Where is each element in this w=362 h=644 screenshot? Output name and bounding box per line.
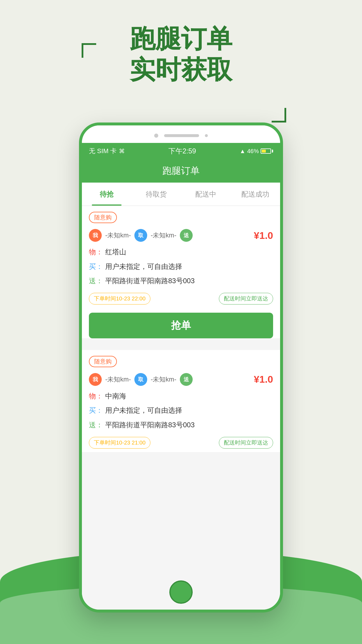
from-icon-2: 我 bbox=[89, 373, 102, 386]
wifi-icon: ⌘ bbox=[119, 148, 125, 155]
order-badge-1: 随意购 bbox=[89, 212, 117, 223]
goods-value-2: 中南海 bbox=[105, 391, 126, 401]
power-button bbox=[281, 242, 283, 265]
tab-pending-grab[interactable]: 待抢 bbox=[82, 183, 131, 206]
delivery-tag-2: 配送时间立即送达 bbox=[219, 437, 273, 449]
battery-icon bbox=[261, 148, 273, 154]
buy-label-2: 买： bbox=[89, 405, 103, 415]
send-value-2: 平阳路街道平阳南路83号003 bbox=[105, 420, 195, 430]
time-tag-1: 下单时间10-23 22:00 bbox=[89, 293, 150, 304]
volume-down-button bbox=[79, 271, 81, 300]
nav-title: 跑腿订单 bbox=[162, 164, 200, 177]
price-2: ¥1.0 bbox=[254, 374, 273, 385]
buy-value-1: 用户未指定，可自由选择 bbox=[105, 262, 182, 272]
buy-row-1: 买： 用户未指定，可自由选择 bbox=[82, 259, 280, 274]
goods-row-1: 物： 红塔山 bbox=[82, 245, 280, 259]
volume-up-button bbox=[79, 236, 81, 265]
phone-top-bar bbox=[82, 125, 280, 143]
tags-row-1: 下单时间10-23 22:00 配送时间立即送达 bbox=[82, 289, 280, 308]
order-card-2: 随意购 我 -未知km- 取 -未知km- 送 ¥1.0 物： 中南海 bbox=[82, 350, 280, 452]
dist2-label-2: -未知km- bbox=[151, 375, 176, 384]
order-badge-2: 随意购 bbox=[89, 356, 117, 367]
delivery-tag-1: 配送时间立即送达 bbox=[219, 293, 273, 304]
nav-header: 跑腿订单 bbox=[82, 159, 280, 183]
battery-percent: 46% bbox=[247, 148, 259, 155]
signal-icon: ▲ bbox=[240, 148, 245, 155]
price-1: ¥1.0 bbox=[254, 230, 273, 241]
grab-button-1[interactable]: 抢单 bbox=[89, 313, 273, 338]
pick-icon-1: 取 bbox=[134, 229, 147, 242]
goods-row-2: 物： 中南海 bbox=[82, 389, 280, 403]
header-section: 跑腿订单 实时获取 bbox=[0, 23, 362, 85]
camera-icon bbox=[154, 134, 158, 138]
status-right: ▲ 46% bbox=[240, 148, 273, 155]
buy-value-2: 用户未指定，可自由选择 bbox=[105, 405, 182, 415]
status-time: 下午2:59 bbox=[168, 146, 196, 156]
bracket-bottom-right-icon bbox=[272, 108, 286, 123]
goods-value-1: 红塔山 bbox=[105, 247, 126, 257]
pick-icon-2: 取 bbox=[134, 373, 147, 386]
sensor-icon bbox=[205, 134, 208, 137]
send-label-2: 送： bbox=[89, 420, 103, 430]
send-row-2: 送： 平阳路街道平阳南路83号003 bbox=[82, 418, 280, 432]
buy-label-1: 买： bbox=[89, 262, 103, 272]
dist1-label-1: -未知km- bbox=[105, 231, 131, 240]
distance-row-1: 我 -未知km- 取 -未知km- 送 ¥1.0 bbox=[82, 226, 280, 245]
battery-bar bbox=[261, 148, 271, 154]
battery-fill bbox=[262, 150, 266, 153]
distance-row-2: 我 -未知km- 取 -未知km- 送 ¥1.0 bbox=[82, 370, 280, 389]
phone-mockup: 无 SIM 卡 ⌘ 下午2:59 ▲ 46% 跑腿订单 待抢 待取货 配送中 bbox=[79, 123, 283, 612]
tab-delivering[interactable]: 配送中 bbox=[181, 183, 231, 206]
status-bar: 无 SIM 卡 ⌘ 下午2:59 ▲ 46% bbox=[82, 143, 280, 159]
del-icon-2: 送 bbox=[180, 373, 193, 386]
bracket-top-left-icon bbox=[82, 43, 96, 58]
time-tag-2: 下单时间10-23 21:00 bbox=[89, 437, 150, 449]
dist2-label-1: -未知km- bbox=[151, 231, 176, 240]
order-list: 随意购 我 -未知km- 取 -未知km- 送 ¥1.0 物： 红塔山 bbox=[82, 206, 280, 610]
send-value-1: 平阳路街道平阳南路83号003 bbox=[105, 276, 195, 286]
tab-pending-pickup[interactable]: 待取货 bbox=[131, 183, 181, 206]
header-line2: 实时获取 bbox=[0, 54, 362, 85]
home-button[interactable] bbox=[169, 580, 193, 604]
goods-label-2: 物： bbox=[89, 391, 103, 401]
divider-1 bbox=[82, 345, 280, 350]
tags-row-2: 下单时间10-23 21:00 配送时间立即送达 bbox=[82, 433, 280, 452]
silent-button bbox=[79, 213, 81, 230]
goods-label-1: 物： bbox=[89, 247, 103, 257]
dist1-label-2: -未知km- bbox=[105, 375, 131, 384]
speaker-icon bbox=[164, 134, 199, 137]
carrier-label: 无 SIM 卡 bbox=[89, 147, 117, 155]
order-card-1: 随意购 我 -未知km- 取 -未知km- 送 ¥1.0 物： 红塔山 bbox=[82, 206, 280, 338]
del-icon-1: 送 bbox=[180, 229, 193, 242]
status-left: 无 SIM 卡 ⌘ bbox=[89, 147, 125, 155]
from-icon-1: 我 bbox=[89, 229, 102, 242]
battery-tip bbox=[272, 150, 273, 153]
tab-bar: 待抢 待取货 配送中 配送成功 bbox=[82, 183, 280, 206]
send-row-1: 送： 平阳路街道平阳南路83号003 bbox=[82, 274, 280, 288]
tab-delivered[interactable]: 配送成功 bbox=[231, 183, 280, 206]
header-line1: 跑腿订单 bbox=[0, 23, 362, 54]
buy-row-2: 买： 用户未指定，可自由选择 bbox=[82, 403, 280, 418]
send-label-1: 送： bbox=[89, 276, 103, 286]
